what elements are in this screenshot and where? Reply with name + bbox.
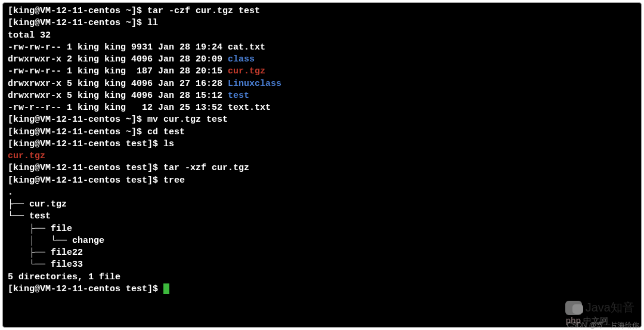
terminal-line: ├── file — [8, 223, 636, 235]
watermark-java: Java知音 — [565, 300, 634, 316]
terminal-line: ├── file22 — [8, 247, 636, 259]
terminal-text: -rw-rw-r-- 1 king king 9931 Jan 28 19:24… — [8, 42, 265, 53]
terminal-line: . — [8, 187, 636, 199]
terminal-line: [king@VM-12-11-centos ~]$ mv cur.tgz tes… — [8, 114, 636, 126]
terminal-text: drwxrwxr-x 2 king king 4096 Jan 28 20:09 — [8, 54, 228, 64]
terminal-line: └── file33 — [8, 259, 636, 271]
terminal-text: drwxrwxr-x 5 king king 4096 Jan 27 16:28 — [8, 79, 228, 89]
terminal-text: cur.tgz — [228, 66, 265, 76]
terminal-line: [king@VM-12-11-centos test]$ — [8, 283, 636, 295]
terminal-line: │ └── change — [8, 235, 636, 247]
terminal-text: 5 directories, 1 file — [8, 272, 120, 282]
cursor — [163, 283, 169, 294]
terminal-line: [king@VM-12-11-centos test]$ tree — [8, 175, 636, 187]
terminal-window[interactable]: [king@VM-12-11-centos ~]$ tar -czf cur.t… — [2, 2, 642, 328]
terminal-line: -rw-rw-r-- 1 king king 9931 Jan 28 19:24… — [8, 42, 636, 54]
terminal-text: Linuxclass — [228, 79, 281, 89]
terminal-line: -rw-rw-r-- 1 king king 187 Jan 28 20:15 … — [8, 66, 636, 78]
terminal-text: [king@VM-12-11-centos ~]$ ll — [8, 18, 158, 28]
terminal-line: 5 directories, 1 file — [8, 272, 636, 283]
terminal-text: drwxrwxr-x 5 king king 4096 Jan 28 15:12 — [8, 91, 228, 101]
terminal-line: [king@VM-12-11-centos test]$ ls — [8, 138, 636, 150]
terminal-text: [king@VM-12-11-centos test]$ tree — [8, 175, 185, 186]
terminal-text: total 32 — [8, 30, 51, 41]
terminal-line: cur.tgz — [8, 150, 636, 162]
terminal-text: └── file33 — [8, 260, 83, 270]
terminal-text: class — [228, 54, 255, 64]
terminal-line: [king@VM-12-11-centos test]$ tar -xzf cu… — [8, 162, 636, 174]
watermark-csdn-text: CSDN @寄一片海给你 — [566, 321, 639, 329]
terminal-text: ├── cur.tgz — [8, 199, 67, 209]
terminal-line: -rw-r--r-- 1 king king 12 Jan 25 13:52 t… — [8, 102, 636, 114]
terminal-text: [king@VM-12-11-centos test]$ ls — [8, 139, 174, 149]
terminal-text: -rw-r--r-- 1 king king 12 Jan 25 13:52 t… — [8, 103, 271, 113]
terminal-text: [king@VM-12-11-centos test]$ — [8, 284, 163, 294]
terminal-text: [king@VM-12-11-centos ~]$ mv cur.tgz tes… — [8, 115, 228, 125]
watermark-csdn: CSDN @寄一片海给你 — [566, 320, 639, 330]
terminal-text: ├── file — [8, 224, 72, 234]
watermark-java-text: Java知音 — [586, 300, 634, 316]
terminal-line: drwxrwxr-x 2 king king 4096 Jan 28 20:09… — [8, 54, 636, 66]
terminal-text: [king@VM-12-11-centos test]$ tar -xzf cu… — [8, 163, 249, 173]
terminal-text: [king@VM-12-11-centos ~]$ tar -czf cur.t… — [8, 6, 260, 16]
terminal-line: [king@VM-12-11-centos ~]$ cd test — [8, 127, 636, 138]
terminal-line: [king@VM-12-11-centos ~]$ ll — [8, 17, 636, 29]
terminal-text: [king@VM-12-11-centos ~]$ cd test — [8, 127, 185, 137]
terminal-text: ├── file22 — [8, 248, 83, 258]
terminal-line: total 32 — [8, 30, 636, 42]
terminal-line: drwxrwxr-x 5 king king 4096 Jan 28 15:12… — [8, 90, 636, 102]
terminal-text: test — [228, 91, 249, 101]
terminal-line: ├── cur.tgz — [8, 199, 636, 211]
terminal-line: [king@VM-12-11-centos ~]$ tar -czf cur.t… — [8, 5, 636, 17]
terminal-text: │ └── change — [8, 236, 104, 246]
terminal-line: └── test — [8, 211, 636, 223]
wechat-icon — [565, 301, 582, 315]
terminal-text: └── test — [8, 211, 51, 221]
terminal-line: drwxrwxr-x 5 king king 4096 Jan 27 16:28… — [8, 78, 636, 90]
terminal-text: -rw-rw-r-- 1 king king 187 Jan 28 20:15 — [8, 66, 228, 76]
terminal-text: cur.tgz — [8, 151, 45, 161]
terminal-text: . — [8, 187, 13, 198]
